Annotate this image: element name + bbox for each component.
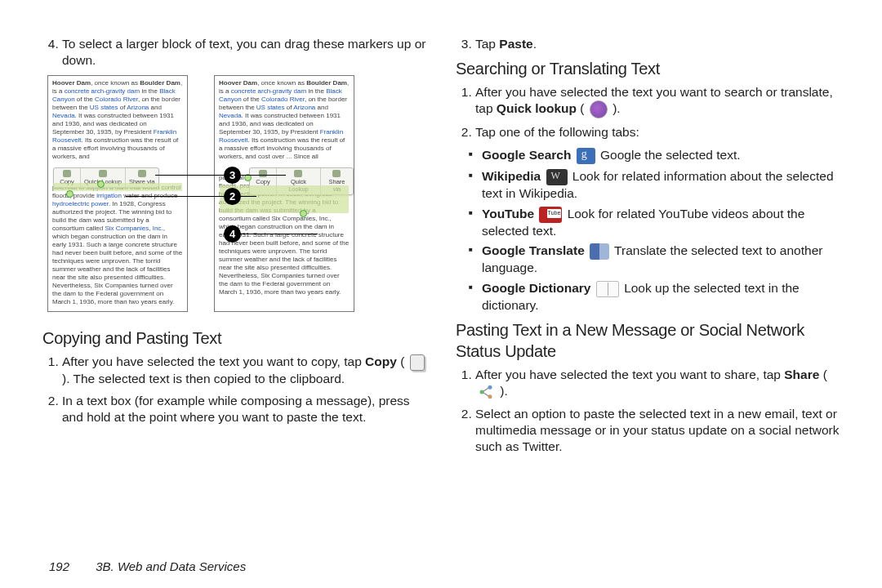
- share-step-2: Select an option to paste the selected t…: [475, 406, 840, 454]
- right-column: Tap Paste. Searching or Translating Text…: [441, 34, 849, 588]
- heading-paste-share: Pasting Text in a New Message or Social …: [456, 320, 840, 362]
- leader-line: [240, 234, 318, 234]
- share-icon: [477, 384, 495, 400]
- quick-lookup-icon: [590, 100, 608, 118]
- share-step-1: After you have selected the text you wan…: [475, 367, 840, 400]
- page-footer: 192 3B. Web and Data Services: [49, 559, 246, 573]
- search-step-2: Tap one of the following tabs:: [475, 124, 840, 140]
- tab-google-translate: Google Translate Translate the selected …: [475, 243, 840, 276]
- wikipedia-icon: [546, 169, 568, 185]
- search-steps: After you have selected the text you wan…: [456, 84, 840, 140]
- section-title: 3B. Web and Data Services: [96, 559, 246, 573]
- tab-youtube: YouTube Look for related YouTube videos …: [475, 206, 840, 239]
- sample-text-rest: potential to support a dam that would co…: [52, 184, 183, 306]
- highlight-line: [53, 183, 182, 191]
- leader-line: [240, 175, 286, 176]
- sample-text-top: Hoover Dam, once known as Boulder Dam, i…: [52, 79, 183, 161]
- svg-point-2: [488, 394, 492, 399]
- leader-line: [240, 196, 256, 197]
- paste-steps: Tap Paste.: [456, 36, 840, 52]
- step-4: To select a larger block of text, you ca…: [62, 36, 426, 69]
- copy-paste-steps: After you have selected the text you wan…: [42, 354, 426, 425]
- callout-3: 3: [224, 167, 241, 184]
- callout-4: 4: [224, 225, 241, 243]
- copy-step-1: After you have selected the text you wan…: [62, 354, 426, 387]
- tab-wikipedia: Wikipedia Look for related information a…: [475, 168, 840, 202]
- google-dictionary-icon: [596, 281, 619, 297]
- screenshot-1: Hoover Dam, once known as Boulder Dam, i…: [47, 75, 188, 312]
- paste-step-3: Tap Paste.: [475, 36, 840, 52]
- svg-point-1: [488, 385, 492, 390]
- heading-search-translate: Searching or Translating Text: [456, 59, 840, 80]
- share-steps: After you have selected the text you wan…: [456, 367, 840, 454]
- sample-text-top-2: Hoover Dam, once known as Boulder Dam, i…: [219, 79, 350, 161]
- copy-step-2: In a text box (for example while composi…: [62, 393, 426, 425]
- tab-google-dictionary: Google Dictionary Look up the selected t…: [475, 280, 840, 314]
- drag-markers-step: To select a larger block of text, you ca…: [42, 36, 426, 69]
- lookup-tabs-list: Google Search Google the selected text. …: [456, 147, 840, 314]
- google-translate-icon: [590, 243, 609, 260]
- leader-line: [126, 196, 224, 197]
- svg-line-3: [483, 388, 489, 391]
- screenshots-figure: Hoover Dam, once known as Boulder Dam, i…: [47, 75, 426, 312]
- step-4-text: To select a larger block of text, you ca…: [62, 37, 425, 67]
- svg-line-4: [483, 393, 489, 396]
- youtube-icon: [539, 207, 562, 223]
- tab-google-search: Google Search Google the selected text.: [475, 147, 840, 164]
- leader-line: [155, 175, 224, 176]
- search-step-1: After you have selected the text you wan…: [475, 84, 840, 118]
- callout-2: 2: [224, 188, 241, 205]
- page-number: 192: [49, 559, 69, 573]
- selection-marker-end-2: [300, 210, 307, 217]
- svg-point-0: [480, 390, 484, 394]
- left-column: To select a larger block of text, you ca…: [33, 34, 441, 588]
- heading-copy-paste: Copying and Pasting Text: [42, 328, 426, 350]
- copy-icon: [410, 354, 425, 371]
- manual-page: To select a larger block of text, you ca…: [0, 0, 882, 588]
- selection-marker-start: [97, 180, 105, 188]
- selection-marker-end: [66, 190, 74, 198]
- google-search-icon: [577, 148, 595, 164]
